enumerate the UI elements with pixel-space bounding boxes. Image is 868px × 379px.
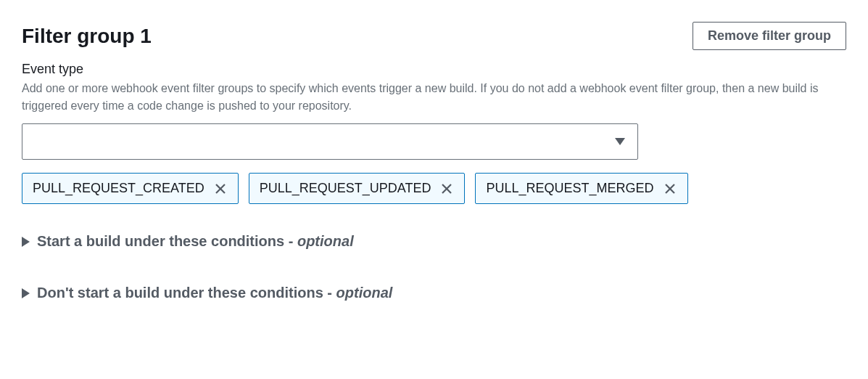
chip-pull-request-updated: PULL_REQUEST_UPDATED xyxy=(249,173,466,204)
triangle-right-icon xyxy=(22,237,30,247)
event-type-label: Event type xyxy=(22,62,846,77)
close-icon[interactable] xyxy=(439,182,454,196)
close-icon[interactable] xyxy=(663,182,677,196)
event-type-description: Add one or more webhook event filter gro… xyxy=(22,80,846,115)
dont-start-build-conditions-expander[interactable]: Don't start a build under these conditio… xyxy=(22,285,846,301)
event-type-chips: PULL_REQUEST_CREATED PULL_REQUEST_UPDATE… xyxy=(22,173,846,204)
chip-pull-request-created: PULL_REQUEST_CREATED xyxy=(22,173,239,204)
svg-marker-8 xyxy=(22,288,30,298)
close-icon[interactable] xyxy=(213,182,228,196)
chip-label: PULL_REQUEST_UPDATED xyxy=(260,181,431,196)
chip-pull-request-merged: PULL_REQUEST_MERGED xyxy=(475,173,687,204)
chip-label: PULL_REQUEST_CREATED xyxy=(33,181,204,196)
svg-marker-7 xyxy=(22,237,30,247)
dont-start-build-conditions-label: Don't start a build under these conditio… xyxy=(37,285,392,301)
event-type-section: Event type Add one or more webhook event… xyxy=(22,62,846,204)
start-build-conditions-label: Start a build under these conditions - o… xyxy=(37,233,354,250)
remove-filter-group-button[interactable]: Remove filter group xyxy=(693,22,846,50)
filter-group-title: Filter group 1 xyxy=(22,25,152,48)
triangle-right-icon xyxy=(22,288,30,298)
chip-label: PULL_REQUEST_MERGED xyxy=(486,181,653,196)
start-build-conditions-expander[interactable]: Start a build under these conditions - o… xyxy=(22,233,846,250)
event-type-select[interactable] xyxy=(22,123,638,160)
